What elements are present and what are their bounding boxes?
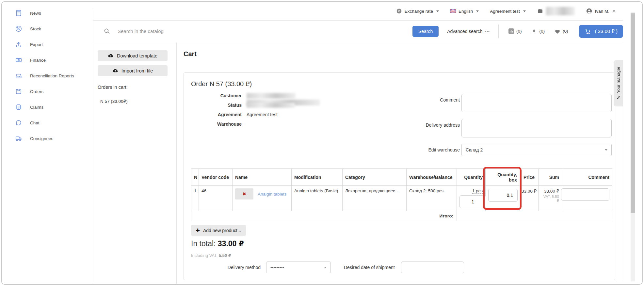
- favorites-count: (0): [563, 29, 568, 34]
- col-vendor-code: Vendor code: [199, 169, 233, 186]
- chevron-down-icon: [523, 10, 526, 12]
- customer-label: Customer: [191, 93, 247, 98]
- cell-price: 33.00 ₽: [520, 186, 539, 211]
- company-menu[interactable]: [537, 7, 575, 15]
- cart-table-wrap: N Vendor code Name Modification Category…: [191, 168, 612, 221]
- user-menu[interactable]: Ivan M.: [586, 8, 615, 14]
- favorites-counter[interactable]: (0): [555, 29, 568, 34]
- quantity-unit-toggle[interactable]: 1 pcs: [472, 188, 483, 194]
- bell-icon: [531, 28, 537, 34]
- sidebar-item-label: Stock: [30, 26, 41, 31]
- cart-table: N Vendor code Name Modification Category…: [191, 168, 612, 221]
- totals-row: Итого:: [191, 211, 612, 221]
- customer-row: Customer: [191, 93, 394, 103]
- warehouse-label: Warehouse: [191, 121, 247, 127]
- comment-textarea[interactable]: [461, 94, 612, 112]
- quantity-input[interactable]: [459, 195, 486, 208]
- heart-icon: [555, 29, 560, 34]
- sidebar-item-label: Export: [30, 42, 43, 47]
- sidebar-item-finance[interactable]: Finance: [2, 52, 93, 68]
- chevron-down-icon: [476, 10, 479, 12]
- col-modification: Modification: [292, 169, 343, 186]
- including-vat: Including VAT: 5.50 ₽: [191, 253, 231, 258]
- in-total: In total: 33.00 ₽: [191, 239, 244, 248]
- news-icon: [15, 9, 22, 17]
- finance-icon: [15, 56, 22, 64]
- plus-icon: ✚: [196, 228, 200, 233]
- row-comment-input[interactable]: [561, 188, 609, 201]
- import-from-file-button[interactable]: Import from file: [98, 65, 168, 76]
- more-options-icon: •••: [485, 29, 490, 33]
- stock-icon: [15, 25, 22, 32]
- sidebar-item-label: Finance: [30, 58, 46, 63]
- company-name-redacted: [546, 7, 575, 15]
- sidebar-item-export[interactable]: Export: [2, 37, 93, 52]
- your-manager-label: Your manager: [616, 67, 621, 93]
- status-label: Status: [191, 103, 247, 108]
- sidebar-item-reconciliation-reports[interactable]: Reconciliation Reports: [2, 68, 93, 84]
- search-bar: Search Advanced search ••• (0) (0) (0) (…: [93, 21, 623, 42]
- add-new-product-button[interactable]: ✚ Add new product...: [191, 225, 246, 236]
- cart-button[interactable]: ( 33.00 ₽ ): [579, 25, 623, 38]
- search-input[interactable]: [118, 28, 412, 34]
- divider: [498, 24, 499, 38]
- edit-warehouse-label: Edit warehouse: [388, 147, 460, 152]
- totals-label: Итого:: [191, 211, 457, 221]
- sidebar-item-label: Claims: [30, 105, 43, 110]
- order-in-cart-link[interactable]: N 57 (33.00₽): [100, 99, 176, 104]
- product-thumbnail: ✖: [235, 188, 253, 199]
- page-title: Cart: [184, 50, 197, 58]
- chevron-down-icon: [436, 10, 439, 12]
- scrollbar[interactable]: [631, 12, 635, 281]
- sidebar-item-label: Reconciliation Reports: [30, 73, 74, 78]
- user-avatar-icon: [586, 8, 592, 14]
- your-manager-tab[interactable]: Your manager: [614, 60, 623, 106]
- order-fields: Customer Status Agreement Agreement test: [191, 93, 394, 131]
- edit-warehouse-select[interactable]: Склад 2: [461, 144, 612, 156]
- cart-total: ( 33.00 ₽ ): [595, 28, 618, 34]
- search-button[interactable]: Search: [412, 26, 439, 37]
- language-menu[interactable]: English: [450, 9, 479, 14]
- agreement-label: Agreement test: [490, 9, 520, 14]
- status-row: Status: [191, 103, 394, 112]
- download-template-label: Download template: [117, 53, 157, 58]
- sidebar-item-consignees[interactable]: Consignees: [2, 131, 93, 146]
- sidebar-item-claims[interactable]: Claims: [2, 99, 93, 115]
- remove-product-icon[interactable]: ✖: [242, 191, 246, 197]
- product-link[interactable]: Analgin tablets: [258, 192, 287, 197]
- sidebar-item-label: Chat: [30, 120, 40, 125]
- sidebar-item-chat[interactable]: Chat: [2, 115, 93, 131]
- delivery-row: Delivery method --------- Desired date o…: [191, 262, 464, 273]
- scrollbar-thumb[interactable]: [631, 13, 635, 213]
- uk-flag-icon: [450, 9, 456, 13]
- cell-n: 1: [191, 186, 199, 211]
- shipment-date-input[interactable]: [401, 262, 464, 273]
- exchange-rate-menu[interactable]: Exchange rate: [396, 8, 439, 14]
- notification-count: (0): [539, 29, 545, 34]
- delivery-address-textarea[interactable]: [461, 119, 612, 137]
- agreement-menu[interactable]: Agreement test: [490, 9, 526, 14]
- notifications-counter[interactable]: (0): [531, 28, 545, 34]
- sidebar-item-label: Orders: [30, 89, 43, 94]
- comment-label: Comment: [388, 97, 460, 103]
- vat-value: VAT: 5.50 ₽: [541, 195, 559, 203]
- compare-counter[interactable]: (0): [508, 28, 522, 34]
- delivery-method-label: Delivery method: [191, 265, 261, 270]
- chat-icon: [15, 119, 22, 126]
- compare-count: (0): [516, 29, 522, 34]
- delivery-method-select[interactable]: ---------: [266, 262, 331, 273]
- sidebar-item-stock[interactable]: Stock: [2, 21, 93, 37]
- quantity-box-input[interactable]: [488, 189, 518, 202]
- topbar: Exchange rate English Agreement test Iva…: [93, 2, 623, 21]
- cell-name: ✖ Analgin tablets: [233, 186, 292, 211]
- advanced-search-button[interactable]: Advanced search •••: [447, 29, 490, 34]
- agreement-label: Agreement: [191, 112, 247, 117]
- sidebar-item-orders[interactable]: Orders: [2, 84, 93, 99]
- cell-comment: [562, 186, 612, 211]
- cart-main: Cart Order N 57 (33.00 ₽) Customer Statu…: [177, 42, 623, 284]
- col-comment: Comment: [562, 169, 612, 186]
- sidebar-item-news[interactable]: News: [2, 5, 93, 21]
- download-template-button[interactable]: Download template: [98, 50, 168, 61]
- col-name: Name: [233, 169, 292, 186]
- claims-icon: [15, 103, 22, 111]
